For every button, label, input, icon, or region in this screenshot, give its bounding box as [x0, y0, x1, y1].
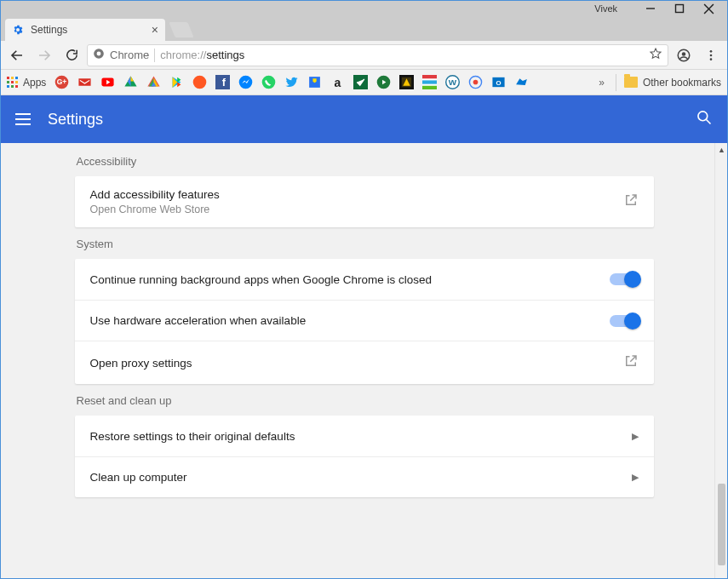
apps-icon — [7, 77, 18, 88]
scroll-up-button[interactable]: ▲ — [715, 143, 728, 157]
accessibility-card: Add accessibility features Open Chrome W… — [75, 176, 654, 227]
svg-point-18 — [262, 76, 276, 89]
svg-point-14 — [193, 76, 207, 89]
svg-text:O: O — [496, 79, 501, 87]
proxy-settings-row[interactable]: Open proxy settings — [75, 341, 654, 384]
row-title: Continue running background apps when Go… — [90, 273, 433, 286]
chevron-right-icon: ▶ — [632, 431, 639, 442]
bookmark-icon[interactable]: f — [215, 75, 230, 90]
bookmark-icon[interactable] — [467, 75, 483, 90]
bookmark-icon[interactable] — [375, 75, 391, 90]
bookmark-icon[interactable] — [238, 75, 253, 90]
svg-rect-1 — [676, 5, 684, 13]
window-titlebar: Vivek — [0, 0, 728, 17]
vertical-scrollbar[interactable]: ▲ — [714, 143, 728, 579]
svg-point-29 — [473, 80, 479, 85]
settings-header: Settings — [0, 95, 728, 143]
tab-title: Settings — [31, 24, 67, 36]
bookmark-icon[interactable]: O — [490, 75, 506, 90]
tab-close-button[interactable]: × — [152, 24, 158, 36]
reset-card: Restore settings to their original defau… — [75, 416, 654, 497]
bookmark-icon[interactable] — [353, 75, 368, 90]
page-title: Settings — [48, 111, 103, 129]
gear-icon — [12, 24, 24, 36]
browser-menu-button[interactable] — [699, 43, 723, 67]
other-bookmarks-button[interactable]: Other bookmarks — [624, 77, 721, 89]
apps-button[interactable]: Apps — [7, 77, 46, 89]
window-minimize-button[interactable] — [636, 0, 665, 17]
svg-point-32 — [698, 111, 708, 120]
system-card: Continue running background apps when Go… — [75, 259, 654, 384]
background-apps-row[interactable]: Continue running background apps when Go… — [75, 259, 654, 300]
bookmark-icon[interactable] — [146, 75, 161, 90]
url-scheme: chrome:// — [160, 49, 206, 61]
svg-text:f: f — [222, 76, 226, 89]
bookmark-icon[interactable]: G+ — [54, 75, 69, 90]
svg-point-8 — [710, 50, 713, 53]
browser-tab[interactable]: Settings × — [5, 19, 165, 41]
svg-line-33 — [707, 119, 711, 123]
row-title: Add accessibility features — [90, 188, 220, 201]
bookmark-icon[interactable] — [421, 75, 437, 90]
hardware-accel-toggle[interactable] — [610, 315, 639, 327]
section-label-reset: Reset and clean up — [75, 384, 654, 416]
svg-rect-25 — [422, 86, 437, 89]
scroll-thumb[interactable] — [718, 484, 725, 565]
reload-button[interactable] — [60, 43, 83, 67]
external-link-icon — [623, 353, 639, 372]
back-button[interactable] — [5, 43, 29, 67]
svg-point-10 — [710, 58, 713, 60]
bookmark-icon[interactable] — [261, 75, 276, 90]
search-button[interactable] — [696, 109, 713, 130]
bookmark-icon[interactable] — [77, 75, 92, 90]
add-accessibility-features-row[interactable]: Add accessibility features Open Chrome W… — [75, 176, 654, 227]
settings-content: Accessibility Add accessibility features… — [0, 143, 728, 579]
bookmark-icon[interactable] — [307, 75, 322, 90]
section-label-system: System — [75, 227, 654, 259]
bookmark-star-icon[interactable] — [649, 47, 662, 63]
section-label-accessibility: Accessibility — [75, 145, 654, 176]
bookmarks-overflow-button[interactable]: » — [595, 77, 608, 89]
bookmark-icon[interactable] — [100, 75, 115, 90]
forward-button[interactable] — [32, 43, 56, 67]
row-title: Open proxy settings — [90, 357, 192, 370]
menu-button[interactable] — [15, 113, 31, 125]
svg-text:W: W — [449, 77, 457, 87]
origin-label: Chrome — [110, 49, 149, 61]
folder-icon — [624, 77, 638, 88]
window-close-button[interactable] — [694, 0, 723, 17]
svg-point-5 — [97, 52, 101, 56]
clean-up-computer-row[interactable]: Clean up computer ▶ — [75, 456, 654, 497]
bookmark-icon[interactable] — [123, 75, 138, 90]
bookmark-icon[interactable] — [398, 75, 414, 90]
bookbar-divider — [616, 74, 616, 91]
window-user-label: Vivek — [594, 3, 617, 14]
background-apps-toggle[interactable] — [610, 273, 639, 285]
bookmark-icon[interactable]: a — [330, 75, 345, 90]
bookmark-icon[interactable] — [169, 75, 184, 90]
row-title: Clean up computer — [90, 471, 187, 484]
bookmark-icon[interactable]: W — [444, 75, 460, 90]
chevron-right-icon: ▶ — [632, 472, 639, 483]
new-tab-button[interactable] — [169, 22, 193, 37]
omnibox-separator — [154, 49, 155, 62]
window-maximize-button[interactable] — [665, 0, 694, 17]
apps-label: Apps — [23, 77, 46, 89]
address-bar[interactable]: Chrome chrome://settings — [87, 44, 668, 66]
bookmark-icon[interactable] — [284, 75, 299, 90]
bookmark-icon[interactable] — [192, 75, 207, 90]
svg-text:G+: G+ — [57, 77, 67, 86]
restore-defaults-row[interactable]: Restore settings to their original defau… — [75, 416, 654, 456]
svg-point-7 — [682, 52, 686, 56]
browser-toolbar: Chrome chrome://settings — [0, 41, 728, 70]
svg-point-9 — [710, 54, 713, 56]
svg-rect-24 — [422, 80, 437, 83]
external-link-icon — [623, 192, 639, 211]
tab-strip: Settings × — [0, 17, 728, 41]
other-bookmarks-label: Other bookmarks — [643, 77, 721, 89]
hardware-accel-row[interactable]: Use hardware acceleration when available — [75, 300, 654, 341]
profile-button[interactable] — [672, 43, 696, 67]
bookmark-icon[interactable] — [513, 75, 529, 90]
chrome-page-icon — [93, 48, 105, 62]
url-path: settings — [206, 49, 244, 61]
